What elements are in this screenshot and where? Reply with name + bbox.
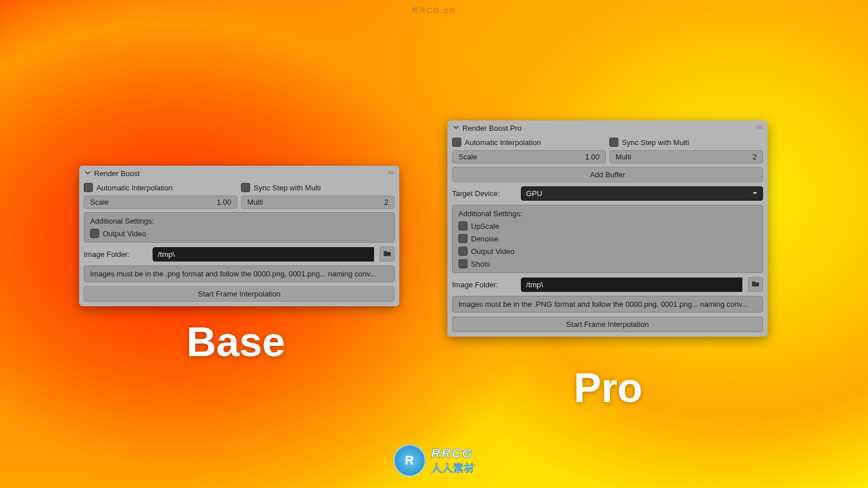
checkbox-box xyxy=(458,259,468,268)
folder-icon xyxy=(752,280,760,290)
auto-interp-checkbox[interactable]: Automatic Interpolation xyxy=(452,138,606,147)
chevron-down-icon xyxy=(752,189,758,198)
checkbox-label: Sync Step with Multi xyxy=(254,184,321,192)
browse-folder-button[interactable] xyxy=(748,277,763,292)
info-text: Images must be in the .PNG format and fo… xyxy=(452,296,763,313)
additional-settings-label: Additional Settings: xyxy=(453,208,762,220)
chevron-down-icon xyxy=(453,123,459,132)
logo: R RRCG 人人素材 xyxy=(394,444,475,477)
field-value: 1.00 xyxy=(217,198,231,206)
sync-step-checkbox[interactable]: Sync Step with Multi xyxy=(609,138,763,147)
additional-settings-subpanel: Additional Settings: UpScale Denoise Out… xyxy=(452,205,763,273)
action-row: Start Frame Interpolation xyxy=(79,284,399,306)
logo-text: RRCG 人人素材 xyxy=(431,446,475,475)
add-buffer-row: Add Buffer xyxy=(447,165,768,184)
field-value: 2 xyxy=(384,198,388,206)
pro-version-label: Pro xyxy=(574,364,643,411)
render-boost-pro-panel: Render Boost Pro Automatic Interpolation… xyxy=(447,120,768,337)
watermark-top: RRCG.cn xyxy=(412,6,456,15)
image-folder-input[interactable] xyxy=(153,247,374,261)
checkbox-box xyxy=(458,221,468,231)
multi-field[interactable]: Multi2 xyxy=(609,150,763,163)
chevron-down-icon xyxy=(85,169,91,177)
field-value: 2 xyxy=(753,153,757,161)
field-label: Multi xyxy=(247,198,384,206)
denoise-checkbox[interactable]: Denoise xyxy=(453,232,762,245)
upscale-checkbox[interactable]: UpScale xyxy=(453,220,762,232)
field-label: Scale xyxy=(458,153,585,161)
target-device-row: Target Device: GPU xyxy=(447,184,768,203)
shots-checkbox[interactable]: Shots xyxy=(453,257,762,270)
checkbox-row: Automatic Interpolation Sync Step with M… xyxy=(79,181,399,194)
checkbox-box xyxy=(90,229,99,238)
folder-icon xyxy=(383,249,391,259)
checkbox-label: Output Video xyxy=(103,229,146,238)
checkbox-label: Output Video xyxy=(471,247,515,256)
render-boost-panel: Render Boost Automatic Interpolation Syn… xyxy=(79,166,399,306)
grip-icon xyxy=(757,126,762,129)
checkbox-label: Automatic Interpolation xyxy=(465,138,541,147)
image-folder-row: Image Folder: xyxy=(79,244,399,264)
checkbox-box xyxy=(458,234,468,243)
add-buffer-button[interactable]: Add Buffer xyxy=(452,167,763,182)
field-label: Multi xyxy=(616,153,753,161)
checkbox-box xyxy=(241,183,250,192)
output-video-checkbox[interactable]: Output Video xyxy=(453,245,762,257)
action-row: Start Frame Interpolation xyxy=(447,314,768,337)
image-folder-label: Image Folder: xyxy=(84,250,147,259)
auto-interp-checkbox[interactable]: Automatic Interpolation xyxy=(84,183,238,192)
checkbox-label: UpScale xyxy=(471,222,499,231)
multi-field[interactable]: Multi2 xyxy=(241,196,395,209)
dropdown-value: GPU xyxy=(526,189,542,198)
image-folder-input[interactable] xyxy=(521,278,742,292)
additional-settings-subpanel: Additional Settings: Output Video xyxy=(84,212,395,243)
checkbox-box xyxy=(458,247,468,256)
panel-title: Render Boost Pro xyxy=(462,124,521,132)
target-device-label: Target Device: xyxy=(452,189,515,198)
info-text: Images must be in the .png format and fo… xyxy=(84,266,395,282)
scale-field[interactable]: Scale1.00 xyxy=(84,196,238,209)
checkbox-label: Automatic Interpolation xyxy=(96,184,173,192)
panel-title: Render Boost xyxy=(94,169,140,178)
start-interpolation-button[interactable]: Start Frame Interpolation xyxy=(452,317,763,332)
output-video-checkbox[interactable]: Output Video xyxy=(84,227,394,240)
checkbox-label: Shots xyxy=(471,260,490,268)
number-row: Scale1.00 Multi2 xyxy=(447,149,768,165)
sync-step-checkbox[interactable]: Sync Step with Multi xyxy=(241,183,395,192)
panel-header[interactable]: Render Boost xyxy=(79,166,399,181)
browse-folder-button[interactable] xyxy=(380,247,395,261)
target-device-dropdown[interactable]: GPU xyxy=(521,186,763,201)
checkbox-box xyxy=(609,138,618,147)
field-value: 1.00 xyxy=(585,153,600,161)
image-folder-row: Image Folder: xyxy=(447,275,768,294)
logo-text-1: RRCG xyxy=(431,446,475,461)
scale-field[interactable]: Scale1.00 xyxy=(452,150,606,163)
checkbox-box xyxy=(84,183,93,192)
number-row: Scale1.00 Multi2 xyxy=(79,194,399,210)
checkbox-box xyxy=(452,138,461,147)
field-label: Scale xyxy=(90,198,217,206)
checkbox-label: Sync Step with Multi xyxy=(622,138,689,147)
checkbox-row: Automatic Interpolation Sync Step with M… xyxy=(447,136,768,149)
start-interpolation-button[interactable]: Start Frame Interpolation xyxy=(84,286,395,302)
additional-settings-label: Additional Settings: xyxy=(84,215,394,227)
checkbox-label: Denoise xyxy=(471,235,499,243)
base-version-label: Base xyxy=(186,318,285,365)
logo-icon: R xyxy=(394,444,426,477)
grip-icon xyxy=(388,171,394,174)
panel-header[interactable]: Render Boost Pro xyxy=(447,120,768,136)
image-folder-label: Image Folder: xyxy=(452,280,515,289)
logo-text-2: 人人素材 xyxy=(431,461,475,475)
